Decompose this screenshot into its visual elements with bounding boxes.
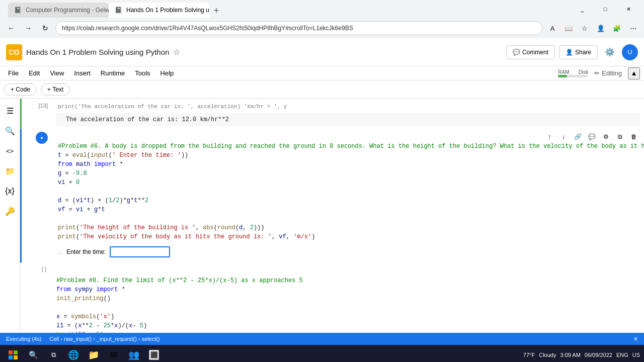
add-text-button[interactable]: + Text <box>41 83 70 96</box>
url-text: https://colab.research.google.com/drive/… <box>62 25 353 32</box>
cell-comment-btn[interactable]: 💬 <box>586 131 598 143</box>
share-button[interactable]: 👤 Share <box>559 45 598 59</box>
colab-topbar: CO Hands On 1 Problem Solving using Pyth… <box>0 38 644 66</box>
browser-menu-button[interactable]: ⋯ <box>626 21 640 35</box>
start-button[interactable] <box>4 346 22 362</box>
language-indicator: ENG <box>616 352 628 358</box>
ram-label: RAM <box>558 69 569 75</box>
explorer-taskbar-button[interactable]: 📁 <box>85 346 103 362</box>
cell-13-body: print('The acceleration of the car is: '… <box>52 99 644 128</box>
menu-help[interactable]: Help <box>156 68 178 78</box>
cell-move-down-btn[interactable]: ↓ <box>557 131 570 143</box>
cell-prob6-gutter: ● <box>22 129 52 262</box>
add-code-label: + Code <box>11 86 30 93</box>
add-text-label: + Text <box>47 86 63 93</box>
cell-prob8-code[interactable]: #Problem #8. Find the limit of (x**2 - 2… <box>54 265 640 333</box>
sidebar-variables-icon[interactable]: {x} <box>2 183 18 199</box>
task-view-button[interactable]: ⧉ <box>44 346 62 362</box>
comment-button[interactable]: 💬 Comment <box>506 45 555 59</box>
menu-edit[interactable]: Edit <box>25 68 44 78</box>
cell-prob6-body: ↑ ↓ 🔗 💬 ⚙ ⧉ 🗑 #Problem #6. A body is dro… <box>52 129 644 262</box>
profile-avatar[interactable]: U <box>622 44 638 60</box>
reading-mode-button[interactable]: 📖 <box>561 21 576 35</box>
cell-13: [13] print('The acceleration of the car … <box>20 99 644 129</box>
sidebar-files-icon[interactable]: 📁 <box>2 163 18 179</box>
tab2-favicon: 📓 <box>115 7 122 14</box>
left-sidebar: ☰ 🔍 <> 📁 {x} 🔑 <box>0 99 20 333</box>
refresh-button[interactable]: ↻ <box>38 21 52 35</box>
cell-prob6-toolbar: ↑ ↓ 🔗 💬 ⚙ ⧉ 🗑 <box>543 131 640 143</box>
notebook-content: [13] print('The acceleration of the car … <box>20 99 644 333</box>
sidebar-code-icon[interactable]: <> <box>2 143 18 159</box>
browser-titlebar: 📓 Computer Programming - Gelw... ✕ 📓 Han… <box>0 0 644 18</box>
cell-prob6-input[interactable] <box>110 246 170 257</box>
colab-logo: CO <box>6 44 22 60</box>
status-right: ✕ <box>633 336 638 342</box>
status-bar: Executing (4s) Cell › raw_input() › _inp… <box>0 333 644 345</box>
add-code-button[interactable]: + Code <box>4 83 37 96</box>
cell-prob6-code[interactable]: #Problem #6. A body is dropped from the … <box>56 131 644 243</box>
cell-settings-btn[interactable]: ⚙ <box>600 131 612 143</box>
cell-prob6-run-btn[interactable]: ● <box>36 132 48 144</box>
search-taskbar-button[interactable]: 🔍 <box>24 346 42 362</box>
teams-taskbar-button[interactable]: 👥 <box>125 346 143 362</box>
mail-taskbar-button[interactable]: ✉ <box>105 346 123 362</box>
menu-tools[interactable]: Tools <box>131 68 154 78</box>
cell-prob8-number: [ ] <box>42 266 46 272</box>
collapse-toolbar-button[interactable]: ▲ <box>628 67 640 79</box>
share-label: Share <box>575 49 591 56</box>
translate-button[interactable]: A <box>545 21 559 35</box>
ram-indicator: RAM Disk <box>558 69 588 77</box>
sidebar-search-icon[interactable]: 🔍 <box>2 123 18 139</box>
cell-13-number: [13] <box>39 103 48 109</box>
cell-status: Cell › raw_input() › _input_request() › … <box>49 336 159 342</box>
extensions-button[interactable]: 🧩 <box>610 21 624 35</box>
cell-copy-btn[interactable]: ⧉ <box>614 131 626 143</box>
sidebar-menu-icon[interactable]: ☰ <box>2 103 18 119</box>
cell-delete-btn[interactable]: 🗑 <box>628 131 640 143</box>
minimize-button[interactable]: ⎯ <box>571 0 594 18</box>
cell-13-output-text: The acceleration of the car is: 12.0 km/… <box>66 116 229 123</box>
tab1-title: Computer Programming - Gelw... <box>26 7 109 14</box>
cell-13-gutter: [13] <box>22 99 52 128</box>
weather-condition: Cloudy <box>539 352 556 358</box>
settings-button[interactable]: ⚙️ <box>602 44 618 60</box>
toolbar-right: RAM Disk ✏ Editing ▲ <box>558 67 640 79</box>
svg-rect-3 <box>14 355 18 359</box>
menu-view[interactable]: View <box>46 68 68 78</box>
cell-move-up-btn[interactable]: ↑ <box>543 131 555 143</box>
back-button[interactable]: ← <box>4 21 18 35</box>
tab-2[interactable]: 📓 Hands On 1 Problem Solving us... ✕ <box>109 3 209 18</box>
colab-app: CO Hands On 1 Problem Solving using Pyth… <box>0 38 644 345</box>
tab-1[interactable]: 📓 Computer Programming - Gelw... ✕ <box>8 3 109 18</box>
cell-prob8-body: #Problem #8. Find the limit of (x**2 - 2… <box>50 263 644 333</box>
address-actions: A 📖 ☆ 👤 🧩 ⋯ <box>545 21 640 35</box>
url-bar[interactable]: https://colab.research.google.com/drive/… <box>55 21 542 35</box>
code-toolbar: + Code + Text <box>0 80 644 99</box>
forward-button[interactable]: → <box>21 21 35 35</box>
menu-bar: File Edit View Insert Runtime Tools Help… <box>0 66 644 80</box>
taskbar-right: 77°F Cloudy 3:09 AM 06/09/2022 ENG US <box>523 352 640 358</box>
apps-taskbar-button[interactable]: 🔳 <box>145 346 163 362</box>
sidebar-secrets-icon[interactable]: 🔑 <box>2 203 18 219</box>
close-button[interactable]: ✕ <box>617 0 640 18</box>
editing-label: Editing <box>602 69 622 77</box>
new-tab-button[interactable]: + <box>209 4 223 18</box>
cell-prob6-ellipsis: ... <box>58 249 62 255</box>
menu-file[interactable]: File <box>4 68 23 78</box>
maximize-button[interactable]: □ <box>594 0 617 18</box>
menu-runtime[interactable]: Runtime <box>97 68 129 78</box>
star-button[interactable]: ☆ <box>173 47 180 57</box>
edge-taskbar-button[interactable]: 🌐 <box>64 346 83 362</box>
editing-badge[interactable]: ✏ Editing <box>594 69 622 77</box>
cell-link-btn[interactable]: 🔗 <box>572 131 584 143</box>
favorites-button[interactable]: ☆ <box>578 21 592 35</box>
profile-button[interactable]: 👤 <box>594 21 608 35</box>
cell-prob6-input-area: ... Enter the time: <box>56 243 644 260</box>
menu-insert[interactable]: Insert <box>70 68 95 78</box>
status-close-icon[interactable]: ✕ <box>633 336 638 342</box>
executing-status: Executing (4s) <box>6 336 41 342</box>
cell-prob6: ● ↑ ↓ 🔗 💬 ⚙ ⧉ 🗑 #Problem #6. A body is d… <box>20 129 644 263</box>
share-icon: 👤 <box>566 49 573 56</box>
comment-icon: 💬 <box>513 49 520 56</box>
